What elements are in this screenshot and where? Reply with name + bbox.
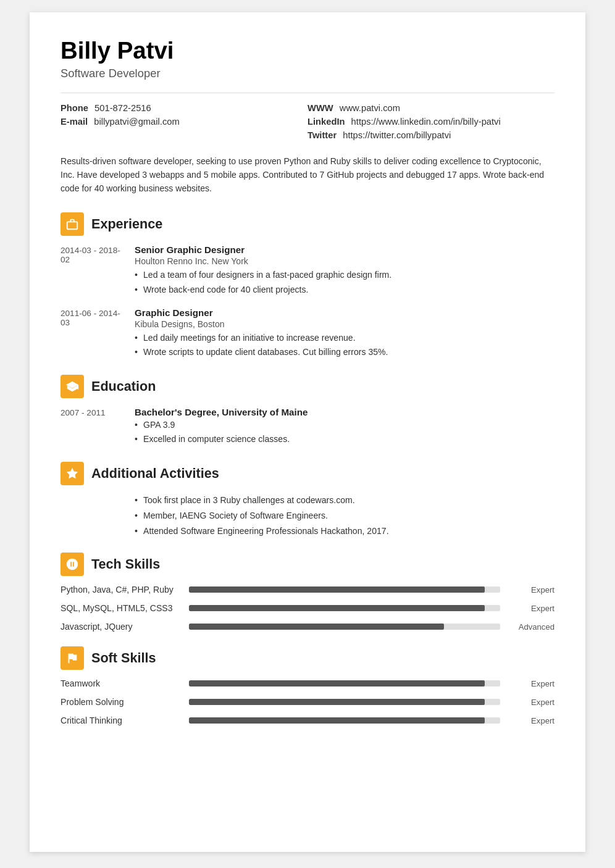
skill-bar-bg — [189, 717, 500, 724]
www-value: www.patvi.com — [340, 103, 400, 113]
entry-content: Senior Graphic DesignerHoulton Renno Inc… — [135, 244, 554, 297]
phone-item: Phone 501-872-2516 — [61, 103, 308, 113]
education-header: Education — [61, 375, 554, 398]
entry-title: Senior Graphic Designer — [135, 244, 554, 255]
skill-name: Javascript, JQuery — [61, 622, 184, 632]
briefcase-icon — [65, 217, 79, 231]
twitter-label: Twitter — [308, 130, 337, 140]
bullet-item: GPA 3.9 — [135, 419, 554, 432]
experience-header: Experience — [61, 212, 554, 236]
skill-row: Javascript, JQueryAdvanced — [61, 622, 554, 632]
skill-level: Advanced — [505, 622, 554, 632]
entry-title: Bachelor's Degree, University of Maine — [135, 407, 554, 417]
summary-text: Results-driven software developer, seeki… — [61, 155, 554, 195]
skill-bar-bg — [189, 586, 500, 593]
linkedin-value: https://www.linkedin.com/in/billy-patvi — [351, 117, 501, 127]
activities-list: Took first place in 3 Ruby challenges at… — [135, 494, 554, 538]
star-icon — [65, 467, 79, 480]
skill-name: SQL, MySQL, HTML5, CSS3 — [61, 603, 184, 613]
activity-item: Attended Software Engineering Profession… — [135, 525, 554, 538]
entry-content: Graphic DesignerKibula Designs, BostonLe… — [135, 307, 554, 360]
code-icon — [65, 557, 79, 571]
phone-label: Phone — [61, 103, 88, 113]
skill-level: Expert — [505, 585, 554, 595]
education-entries: 2007 - 2011Bachelor's Degree, University… — [61, 407, 554, 447]
activities-title: Additional Activities — [91, 465, 219, 482]
activity-item: Took first place in 3 Ruby challenges at… — [135, 494, 554, 507]
education-section: Education 2007 - 2011Bachelor's Degree, … — [61, 375, 554, 447]
flag-icon — [65, 651, 79, 665]
entry-org: Kibula Designs, Boston — [135, 319, 554, 329]
skill-level: Expert — [505, 716, 554, 725]
skill-level: Expert — [505, 604, 554, 613]
phone-value: 501-872-2516 — [94, 103, 151, 113]
twitter-item: Twitter https://twitter.com/billypatvi — [308, 130, 554, 140]
entry-date: 2014-03 - 2018-02 — [61, 244, 128, 297]
linkedin-label: LinkedIn — [308, 117, 345, 127]
skill-bar-fill — [189, 680, 485, 686]
skill-bar-fill — [189, 605, 485, 611]
entry-bullets: Led daily meetings for an initiative to … — [135, 332, 554, 359]
skill-bar-bg — [189, 605, 500, 611]
skill-name: Python, Java, C#, PHP, Ruby — [61, 585, 184, 595]
soft-skills-list: TeamworkExpertProblem SolvingExpertCriti… — [61, 678, 554, 725]
skill-row: Critical ThinkingExpert — [61, 716, 554, 725]
skill-bar-bg — [189, 699, 500, 705]
soft-skills-title: Soft Skills — [91, 650, 156, 666]
tech-skills-header: Tech Skills — [61, 553, 554, 576]
skill-row: TeamworkExpert — [61, 678, 554, 688]
soft-skills-icon — [61, 646, 84, 670]
activities-icon — [61, 462, 84, 485]
resume-container: Billy Patvi Software Developer Phone 501… — [30, 12, 585, 852]
www-label: WWW — [308, 103, 333, 113]
entry-title: Graphic Designer — [135, 307, 554, 318]
skill-level: Expert — [505, 679, 554, 688]
entry-date: 2011-06 - 2014-03 — [61, 307, 128, 360]
entry-item: 2014-03 - 2018-02Senior Graphic Designer… — [61, 244, 554, 297]
skill-bar-bg — [189, 680, 500, 686]
tech-skills-title: Tech Skills — [91, 556, 160, 572]
experience-entries: 2014-03 - 2018-02Senior Graphic Designer… — [61, 244, 554, 359]
tech-skills-icon — [61, 553, 84, 576]
skill-level: Expert — [505, 698, 554, 707]
education-icon — [61, 375, 84, 398]
applicant-name: Billy Patvi — [61, 37, 554, 64]
www-item: WWW www.patvi.com — [308, 103, 554, 113]
linkedin-item: LinkedIn https://www.linkedin.com/in/bil… — [308, 117, 554, 127]
tech-skills-section: Tech Skills Python, Java, C#, PHP, RubyE… — [61, 553, 554, 632]
activities-section: Additional Activities Took first place i… — [61, 462, 554, 538]
skill-bar-fill — [189, 717, 485, 724]
bullet-item: Excelled in computer science classes. — [135, 433, 554, 446]
skill-bar-bg — [189, 624, 500, 630]
soft-skills-header: Soft Skills — [61, 646, 554, 670]
entry-content: Bachelor's Degree, University of MaineGP… — [135, 407, 554, 447]
email-label: E-mail — [61, 117, 88, 127]
tech-skills-list: Python, Java, C#, PHP, RubyExpertSQL, My… — [61, 585, 554, 632]
skill-name: Critical Thinking — [61, 716, 184, 725]
soft-skills-section: Soft Skills TeamworkExpertProblem Solvin… — [61, 646, 554, 725]
entry-bullets: GPA 3.9Excelled in computer science clas… — [135, 419, 554, 446]
entry-org: Houlton Renno Inc. New York — [135, 256, 554, 266]
email-value: billypatvi@gmail.com — [94, 117, 179, 127]
skill-bar-fill — [189, 586, 485, 593]
skill-row: SQL, MySQL, HTML5, CSS3Expert — [61, 603, 554, 613]
contact-grid: Phone 501-872-2516 WWW www.patvi.com E-m… — [61, 103, 554, 140]
bullet-item: Led daily meetings for an initiative to … — [135, 332, 554, 344]
skill-name: Teamwork — [61, 678, 184, 688]
skill-name: Problem Solving — [61, 697, 184, 707]
bullet-item: Wrote back-end code for 40 client projec… — [135, 283, 554, 296]
experience-title: Experience — [91, 216, 162, 232]
bullet-item: Led a team of four designers in a fast-p… — [135, 269, 554, 282]
experience-section: Experience 2014-03 - 2018-02Senior Graph… — [61, 212, 554, 359]
education-title: Education — [91, 378, 156, 394]
twitter-value: https://twitter.com/billypatvi — [343, 130, 451, 140]
entry-bullets: Led a team of four designers in a fast-p… — [135, 269, 554, 296]
experience-icon — [61, 212, 84, 236]
entry-item: 2007 - 2011Bachelor's Degree, University… — [61, 407, 554, 447]
applicant-title: Software Developer — [61, 67, 554, 80]
skill-row: Python, Java, C#, PHP, RubyExpert — [61, 585, 554, 595]
skill-bar-fill — [189, 699, 485, 705]
graduation-icon — [65, 380, 79, 393]
activities-header: Additional Activities — [61, 462, 554, 485]
email-item: E-mail billypatvi@gmail.com — [61, 117, 308, 127]
